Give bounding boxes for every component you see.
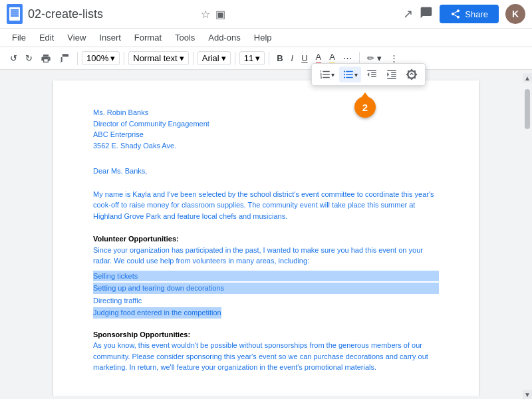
italic-button[interactable]: I: [288, 51, 297, 65]
zoom-select[interactable]: 100% ▾: [82, 51, 120, 65]
doc-title: 02-create-lists: [28, 7, 196, 21]
greeting: Dear Ms. Banks,: [93, 166, 439, 177]
trend-icon[interactable]: ↗: [403, 7, 413, 21]
paint-format-button[interactable]: [56, 51, 73, 66]
doc-page: Ms. Robin Banks Director of Community En…: [53, 80, 479, 396]
undo-button[interactable]: ↺: [7, 51, 21, 65]
list-item-2-text: Directing traffic: [93, 295, 142, 307]
floating-toolbar: ▾ ▾: [311, 63, 426, 86]
address-street: 3562 E. Shady Oaks Ave.: [93, 140, 439, 152]
address-name: Ms. Robin Banks: [93, 107, 439, 118]
volunteer-header: Volunteer Opportunities:: [93, 233, 439, 245]
menu-edit[interactable]: Edit: [34, 30, 59, 45]
share-button[interactable]: Share: [440, 5, 499, 23]
menu-addons[interactable]: Add-ons: [203, 30, 245, 45]
list-item-1-text: Setting up and tearing down decorations: [93, 283, 439, 294]
chat-icon[interactable]: [420, 6, 433, 23]
header-right-icons: ↗ Share K: [403, 4, 525, 24]
font-select[interactable]: Arial ▾: [198, 51, 231, 65]
menu-format[interactable]: Format: [129, 30, 167, 45]
title-bar: 02-create-lists ☆ ▣ ↗ Share K: [0, 0, 532, 29]
scrollbar: ▲ ▼: [523, 73, 532, 399]
style-value: Normal text: [133, 53, 177, 63]
list-item-3-text: Judging food entered in the competition: [93, 307, 221, 319]
volunteer-list: Selling tickets Setting up and tearing d…: [93, 271, 439, 319]
sponsor-para: As you know, this event wouldn't be poss…: [93, 340, 439, 373]
avatar: K: [505, 4, 525, 24]
font-value: Arial: [202, 53, 219, 63]
bold-button[interactable]: B: [273, 51, 286, 65]
zoom-value: 100%: [86, 53, 108, 63]
doc-container: Ms. Robin Banks Director of Community En…: [0, 70, 532, 396]
menu-file[interactable]: File: [7, 30, 31, 45]
star-icon[interactable]: ☆: [201, 8, 210, 21]
list-item-1: Setting up and tearing down decorations: [93, 283, 439, 294]
menu-tools[interactable]: Tools: [170, 30, 200, 45]
share-label: Share: [465, 9, 488, 19]
size-value: 11: [244, 53, 253, 63]
menu-insert[interactable]: Insert: [94, 30, 126, 45]
address-title: Director of Community Engagement: [93, 118, 439, 130]
folder-icon[interactable]: ▣: [215, 8, 225, 21]
increase-indent-button[interactable]: [382, 66, 401, 82]
toolbar: ↺ ↻ 100% ▾ Normal text ▾ Arial ▾ 11 ▾ B …: [0, 47, 532, 70]
redo-button[interactable]: ↻: [22, 51, 36, 65]
menu-view[interactable]: View: [62, 30, 91, 45]
para1: My name is Kayla and I've been selected …: [93, 189, 439, 222]
doc-icon: [7, 4, 23, 24]
numbered-list-button[interactable]: ▾: [316, 66, 338, 82]
step-2-badge: 2: [354, 96, 376, 118]
menu-help[interactable]: Help: [249, 30, 277, 45]
style-select[interactable]: Normal text ▾: [128, 51, 188, 65]
scroll-down[interactable]: ▼: [523, 390, 532, 399]
list-container: 1 Selling tickets Setting up and tearing…: [93, 271, 439, 319]
list-item-0: Selling tickets: [93, 271, 439, 282]
print-button[interactable]: [37, 51, 55, 66]
list-item-2: Directing traffic: [93, 295, 439, 307]
decrease-indent-button[interactable]: [362, 66, 381, 82]
list-item-3: Judging food entered in the competition: [93, 307, 439, 319]
menu-bar: File Edit View Insert Format Tools Add-o…: [0, 29, 532, 47]
clear-format-button[interactable]: [402, 66, 421, 82]
bullet-list-button[interactable]: ▾: [339, 66, 361, 82]
scroll-up[interactable]: ▲: [523, 73, 532, 82]
sponsor-header: Sponsorship Opportunities:: [93, 329, 439, 340]
underline-button[interactable]: U: [298, 51, 311, 65]
scroll-thumb[interactable]: [525, 89, 530, 129]
address-block: Ms. Robin Banks Director of Community En…: [93, 107, 439, 151]
size-select[interactable]: 11 ▾: [239, 51, 265, 65]
address-company: ABC Enterprise: [93, 129, 439, 140]
volunteer-intro: Since your organization has participated…: [93, 245, 439, 267]
list-item-0-text: Selling tickets: [93, 271, 439, 282]
